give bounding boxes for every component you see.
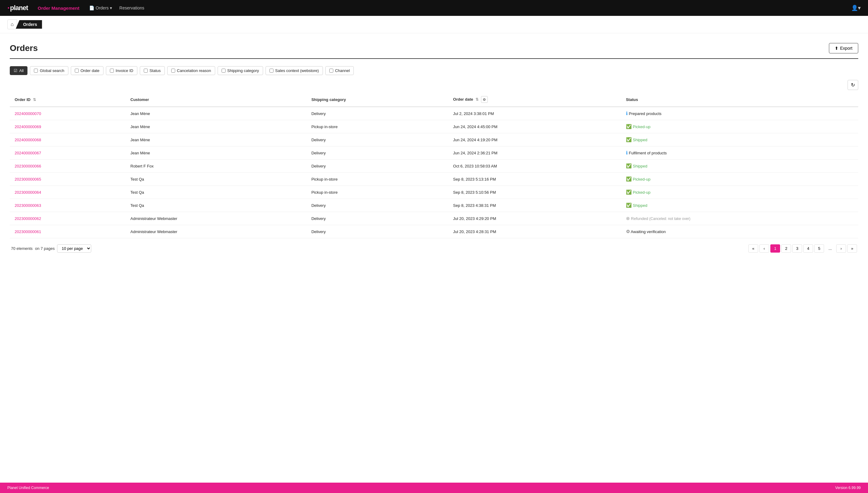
shipping-category-cell: Delivery [306,107,448,120]
table-row: 202300000065Test QaPickup in-storeSep 8,… [10,173,858,186]
status-checkbox[interactable] [144,69,148,72]
export-button[interactable]: ⬆ Export [829,43,858,53]
page-5-button[interactable]: 5 [814,244,824,253]
page-3-button[interactable]: 3 [792,244,802,253]
orders-icon: 📄 [89,5,94,10]
nav-reservations[interactable]: Reservations [119,5,144,10]
table-row: 202400000067Jean MèneDeliveryJun 24, 202… [10,146,858,159]
order-id-link[interactable]: 202300000061 [15,230,41,234]
order-id-link[interactable]: 202300000066 [15,164,41,168]
shipping-category-checkbox[interactable] [221,69,226,72]
col-status: Status [621,92,858,107]
page-content: Orders ⬆ Export ☑ All Global search Orde… [0,33,868,260]
nav-orders[interactable]: 📄 Orders ▾ [89,5,112,10]
pagination-controls: « ‹ 1 2 3 4 5 ... › » [748,244,857,253]
shipping-category-cell: Pickup in-store [306,120,448,133]
filter-order-date[interactable]: Order date [71,66,104,75]
table-row: 202400000068Jean MèneDeliveryJun 24, 202… [10,133,858,146]
channel-checkbox[interactable] [329,69,333,72]
shipping-category-cell: Pickup in-store [306,173,448,186]
status-cell: ✅ Shipped [621,133,858,146]
refresh-row: ↻ [10,80,858,90]
cancelation-reason-checkbox[interactable] [171,69,175,72]
breadcrumb: ⌂ Orders [0,16,868,33]
customer-cell: Jean Mène [125,146,306,159]
order-date-calendar-icon[interactable]: ⊙ [481,96,488,103]
shipping-category-cell: Delivery [306,159,448,173]
filter-global-search[interactable]: Global search [30,66,68,75]
order-date-cell: Jul 20, 2023 4:29:20 PM [448,212,621,225]
order-id-link[interactable]: 202300000063 [15,203,41,208]
status-text: Shipped [633,203,647,208]
filter-cancelation-reason[interactable]: Cancelation reason [167,66,215,75]
order-date-cell: Jun 24, 2024 4:19:20 PM [448,133,621,146]
next-page-button[interactable]: › [836,244,846,253]
order-id-sort-icon[interactable]: ⇅ [33,98,36,102]
customer-cell: Jean Mène [125,120,306,133]
status-check-icon: ✅ [626,190,632,195]
status-cell: ✅ Shipped [621,199,858,212]
status-text: Awaiting verification [631,230,666,234]
filter-channel[interactable]: Channel [325,66,354,75]
filter-shipping-category[interactable]: Shipping category [218,66,263,75]
order-id-link[interactable]: 202400000067 [15,151,41,155]
sales-context-checkbox[interactable] [270,69,273,72]
table-body: 202400000070Jean MèneDeliveryJul 2, 2024… [10,107,858,238]
logo-dot: · [7,3,9,13]
order-id-cell: 202300000061 [10,225,125,238]
order-date-cell: Jun 24, 2024 4:45:00 PM [448,120,621,133]
page-1-button[interactable]: 1 [770,244,780,253]
shipping-category-cell: Delivery [306,133,448,146]
order-id-cell: 202300000064 [10,186,125,199]
first-page-button[interactable]: « [748,244,758,253]
status-text: Picked-up [633,125,650,129]
status-info-icon: ℹ [626,111,628,116]
filter-all[interactable]: ☑ All [10,66,27,75]
all-checkbox-icon: ☑ [14,68,17,73]
last-page-button[interactable]: » [847,244,857,253]
user-menu[interactable]: 👤▾ [851,5,861,11]
order-id-link[interactable]: 202400000070 [15,111,41,116]
status-info-icon: ℹ [626,150,628,155]
filter-sales-context[interactable]: Sales context (webstore) [266,66,323,75]
col-order-date: Order date ⇅ ⊙ [448,92,621,107]
shipping-category-cell: Delivery [306,199,448,212]
page-2-button[interactable]: 2 [781,244,791,253]
table-row: 202400000069Jean MènePickup in-storeJun … [10,120,858,133]
order-id-link[interactable]: 202300000065 [15,177,41,181]
global-search-checkbox[interactable] [34,69,38,72]
order-date-sort-icon[interactable]: ⇅ [475,97,479,102]
total-elements: 70 elements [11,246,33,251]
filters-bar: ☑ All Global search Order date Invoice I… [10,66,858,75]
table-row: 202300000066Robert F FoxDeliveryOct 6, 2… [10,159,858,173]
table-row: 202300000061Administrateur WebmasterDeli… [10,225,858,238]
prev-page-button[interactable]: ‹ [759,244,769,253]
order-id-cell: 202300000066 [10,159,125,173]
order-id-link[interactable]: 202300000064 [15,190,41,195]
status-check-icon: ✅ [626,163,632,168]
order-id-link[interactable]: 202300000062 [15,216,41,221]
top-navigation: · planet Order Management 📄 Orders ▾ Res… [0,0,868,16]
table-row: 202300000064Test QaPickup in-storeSep 8,… [10,186,858,199]
pagination-dots: ... [825,245,835,252]
per-page-select[interactable]: 10 per page 25 per page 50 per page [57,244,91,253]
shipping-category-cell: Delivery [306,146,448,159]
status-text: Fulfilment of products [629,151,666,155]
logo-text: planet [10,4,28,12]
table-row: 202300000062Administrateur WebmasterDeli… [10,212,858,225]
status-check-icon: ✅ [626,202,632,208]
breadcrumb-home[interactable]: ⌂ [7,20,17,29]
shipping-category-cell: Pickup in-store [306,186,448,199]
order-date-checkbox[interactable] [75,69,79,72]
order-id-link[interactable]: 202400000069 [15,125,41,129]
filter-status[interactable]: Status [140,66,165,75]
status-text: Shipped [633,137,647,142]
order-id-cell: 202300000063 [10,199,125,212]
invoice-id-checkbox[interactable] [110,69,114,72]
status-check-icon: ✅ [626,124,632,129]
refresh-button[interactable]: ↻ [848,80,858,90]
order-id-link[interactable]: 202400000068 [15,137,41,142]
page-4-button[interactable]: 4 [803,244,813,253]
customer-cell: Test Qa [125,199,306,212]
filter-invoice-id[interactable]: Invoice ID [106,66,137,75]
